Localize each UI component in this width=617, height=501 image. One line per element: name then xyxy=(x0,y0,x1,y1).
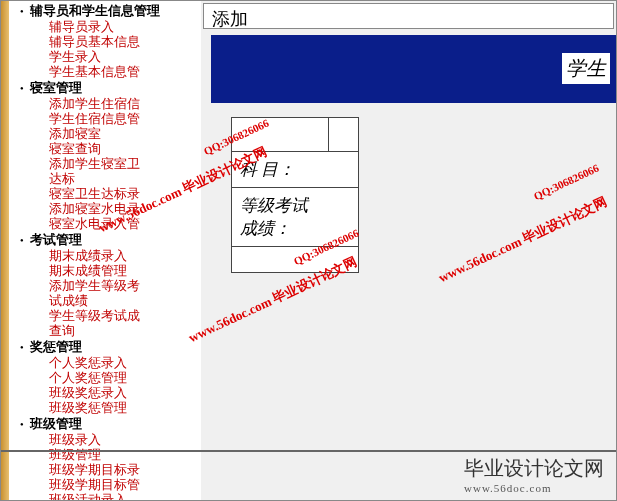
sidebar-item[interactable]: 班级录入 xyxy=(49,432,201,447)
form-empty-row xyxy=(232,247,359,273)
sidebar-item[interactable]: 添加学生住宿信 xyxy=(49,96,201,111)
sidebar-group-header[interactable]: 奖惩管理 xyxy=(13,339,201,355)
sidebar-item[interactable]: 个人奖惩录入 xyxy=(49,355,201,370)
sidebar-item[interactable]: 辅导员录入 xyxy=(49,19,201,34)
page-title: 添加 xyxy=(212,9,248,29)
sidebar-item[interactable]: 寝室查询 xyxy=(49,141,201,156)
sidebar-item[interactable]: 试成绩 xyxy=(49,293,201,308)
content-area: 添加 学生 选择学生： 科 目： 等级考试成绩： xyxy=(201,1,616,500)
sidebar-item[interactable]: 辅导员基本信息 xyxy=(49,34,201,49)
sidebar-item[interactable]: 寝室卫生达标录 xyxy=(49,186,201,201)
label-select-student: 选择学生： xyxy=(232,118,329,152)
sidebar-nav: 辅导员和学生信息管理辅导员录入辅导员基本信息学生录入学生基本信息管寝室管理添加学… xyxy=(9,1,201,501)
sidebar-item[interactable]: 班级活动录入 xyxy=(49,492,201,501)
sidebar-item[interactable]: 班级奖惩录入 xyxy=(49,385,201,400)
page-title-bar: 添加 xyxy=(203,3,614,29)
sidebar-item[interactable]: 班级学期目标管 xyxy=(49,477,201,492)
student-select-control[interactable] xyxy=(329,118,359,152)
sidebar-item[interactable]: 班级奖惩管理 xyxy=(49,400,201,415)
sidebar-group-header[interactable]: 考试管理 xyxy=(13,232,201,248)
sidebar-item[interactable]: 期末成绩管理 xyxy=(49,263,201,278)
sidebar-item[interactable]: 学生基本信息管 xyxy=(49,64,201,79)
sidebar-item[interactable]: 学生录入 xyxy=(49,49,201,64)
banner-title: 学生 xyxy=(562,53,610,84)
sidebar-item[interactable]: 添加寝室水电录 xyxy=(49,201,201,216)
sidebar-item[interactable]: 班级学期目标录 xyxy=(49,462,201,477)
sidebar-item[interactable]: 学生等级考试成 xyxy=(49,308,201,323)
sidebar-group-header[interactable]: 寝室管理 xyxy=(13,80,201,96)
sidebar-item[interactable]: 寝室水电录入管 xyxy=(49,216,201,231)
sidebar-item[interactable]: 添加学生等级考 xyxy=(49,278,201,293)
sidebar-item[interactable]: 添加学生寝室卫 xyxy=(49,156,201,171)
footer-divider xyxy=(1,450,616,452)
form-table: 选择学生： 科 目： 等级考试成绩： xyxy=(231,117,359,273)
label-subject: 科 目： xyxy=(232,152,359,188)
window-left-edge xyxy=(1,1,9,501)
sidebar-item[interactable]: 个人奖惩管理 xyxy=(49,370,201,385)
label-exam-score: 等级考试成绩： xyxy=(232,188,359,247)
banner: 学生 xyxy=(211,35,616,103)
sidebar-item[interactable]: 查询 xyxy=(49,323,201,338)
footer-logo: 毕业设计论文网 www.56doc.com xyxy=(464,455,604,494)
sidebar-group-header[interactable]: 辅导员和学生信息管理 xyxy=(13,3,201,19)
sidebar-group-header[interactable]: 班级管理 xyxy=(13,416,201,432)
sidebar-item[interactable]: 达标 xyxy=(49,171,201,186)
sidebar-item[interactable]: 期末成绩录入 xyxy=(49,248,201,263)
sidebar-item[interactable]: 添加寝室 xyxy=(49,126,201,141)
sidebar-item[interactable]: 学生住宿信息管 xyxy=(49,111,201,126)
